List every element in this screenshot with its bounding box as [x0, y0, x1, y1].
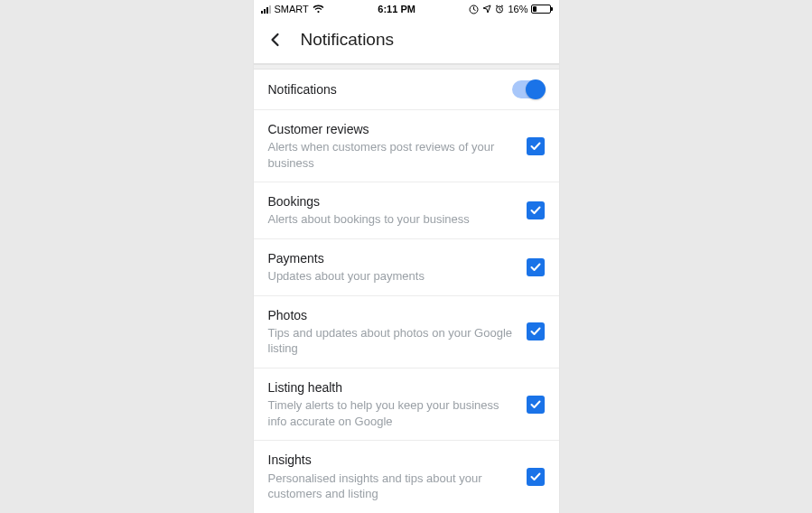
list-item: Payments Updates about your payments	[254, 239, 559, 296]
orientation-lock-icon	[469, 5, 479, 14]
chevron-left-icon	[267, 32, 284, 48]
check-icon	[529, 140, 542, 153]
notifications-toggle[interactable]	[512, 80, 545, 98]
signal-icon	[261, 5, 271, 14]
list-item: Insights Personalised insights and tips …	[254, 441, 559, 513]
master-toggle-label: Notifications	[268, 81, 501, 98]
master-toggle-row: Notifications	[254, 70, 559, 110]
list-item: Photos Tips and updates about photos on …	[254, 296, 559, 368]
item-title: Insights	[268, 452, 516, 468]
battery-icon	[531, 5, 551, 14]
item-desc: Tips and updates about photos on your Go…	[268, 325, 516, 357]
item-title: Photos	[268, 307, 516, 323]
nav-header: Notifications	[254, 18, 559, 64]
item-title: Payments	[268, 250, 516, 266]
checkbox-customer-reviews[interactable]	[527, 137, 545, 155]
status-time: 6:11 PM	[378, 4, 415, 14]
alarm-icon	[495, 5, 504, 14]
status-right: 16%	[469, 4, 551, 14]
item-desc: Timely alerts to help you keep your busi…	[268, 397, 516, 429]
battery-pct-label: 16%	[508, 4, 527, 14]
check-icon	[529, 204, 542, 217]
location-icon	[482, 5, 491, 14]
back-button[interactable]	[265, 29, 286, 51]
list-item: Listing health Timely alerts to help you…	[254, 368, 559, 441]
item-desc: Personalised insights and tips about you…	[268, 471, 516, 502]
check-icon	[529, 325, 542, 338]
list-item: Customer reviews Alerts when customers p…	[254, 110, 559, 182]
checkbox-bookings[interactable]	[527, 201, 545, 219]
page-title: Notifications	[301, 30, 395, 50]
item-title: Listing health	[268, 379, 516, 396]
status-left: SMART	[261, 4, 324, 14]
check-icon	[529, 471, 542, 483]
phone-frame: SMART 6:11 PM 16% Notifications	[254, 0, 559, 513]
list-item: Bookings Alerts about bookings to your b…	[254, 182, 559, 239]
checkbox-photos[interactable]	[527, 322, 545, 340]
settings-list: Notifications Customer reviews Alerts wh…	[254, 64, 559, 513]
item-title: Bookings	[268, 193, 516, 210]
wifi-icon	[313, 5, 324, 14]
item-desc: Updates about your payments	[268, 268, 516, 284]
item-desc: Alerts when customers post reviews of yo…	[268, 139, 516, 171]
item-desc: Alerts about bookings to your business	[268, 211, 516, 228]
toggle-knob	[526, 79, 546, 99]
checkbox-listing-health[interactable]	[527, 396, 545, 414]
check-icon	[529, 398, 542, 411]
checkbox-insights[interactable]	[527, 468, 545, 486]
item-title: Customer reviews	[268, 121, 516, 137]
checkbox-payments[interactable]	[527, 258, 545, 276]
check-icon	[529, 261, 542, 274]
status-bar: SMART 6:11 PM 16%	[254, 0, 559, 18]
carrier-label: SMART	[275, 4, 309, 14]
